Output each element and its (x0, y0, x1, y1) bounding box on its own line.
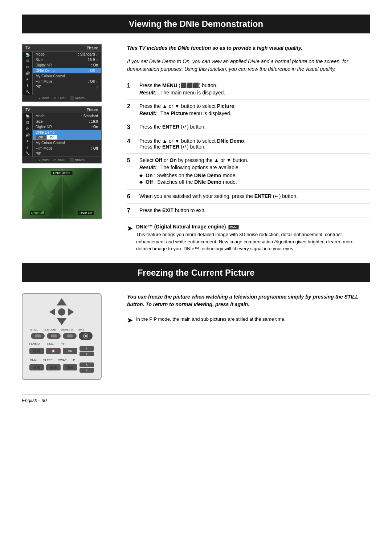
icon-star: ★ (23, 76, 32, 82)
menu2-row-size: Size: 16:9 (33, 119, 101, 124)
right-panel-section1: This TV includes the DNIe function so as… (127, 44, 370, 252)
step-2-text: Press the ▲ or ▼ button to select Pictur… (139, 103, 370, 109)
label-still: STILL (27, 328, 41, 331)
svg-marker-0 (48, 175, 76, 214)
note-arrow-2: ➤ (127, 316, 132, 324)
remote-center-btn (58, 308, 65, 316)
section2-intro: You can freeze the picture when watching… (127, 293, 370, 308)
icon-settings: ⚙ (23, 64, 32, 70)
step-5: 5 Select Off or On by pressing the ▲ or … (127, 154, 370, 190)
note-title-1: DNIe™ (Digital Natural Image engine) DNI… (136, 224, 370, 230)
step-1: 1 Press the MENU (⬛⬛⬛) button. Result: T… (127, 79, 370, 100)
remote-row3: ⬛⬛ ⬛⬛ ⬛⬛ ∧ ∨ (27, 362, 97, 373)
icon2-sound: 🔊 (23, 132, 32, 138)
btn-swap[interactable]: ⬛⬛ (63, 364, 77, 370)
btn-srs[interactable] (79, 332, 93, 340)
icon2-star: ★ (23, 138, 32, 144)
icon2-tool: 🔧 (23, 150, 32, 157)
demo-svg (23, 169, 101, 218)
step-5-result: Result: The following options are availa… (139, 165, 370, 170)
step-7-content: Press the EXIT button to exit. (139, 207, 370, 213)
btn-p-up[interactable]: ∧ (79, 362, 94, 367)
section2-title: Freezing the Current Picture (22, 263, 370, 282)
badge-off: Off (36, 135, 46, 139)
menu2-row-colour: My Colour Control (33, 140, 101, 146)
bullet-off-diamond: ◆ (139, 179, 143, 185)
intro-line1: This TV includes the DNIe function so as… (127, 44, 370, 52)
steps-list: 1 Press the MENU (⬛⬛⬛) button. Result: T… (127, 79, 370, 218)
remote-control: STILL S.MODE DUAL I-II SRS (22, 293, 102, 380)
picture-label-2: Picture (87, 108, 98, 112)
remote-arrow-left (49, 308, 55, 316)
step-6-content: When you are satisfied with your setting… (139, 193, 370, 199)
btn-p-down[interactable]: ∨ (79, 368, 94, 373)
label-pip: PIP (58, 342, 68, 345)
step-5-result-text: The following options are available. (160, 165, 240, 170)
tv-label-1: TV (25, 46, 30, 50)
section1-title: Viewing the DNIe Demonstration (22, 15, 370, 33)
menu1-row-dnr: Digital NR: On (33, 62, 101, 68)
step-7-number: 7 (127, 207, 134, 214)
remote-row1 (27, 332, 97, 340)
menu1-row-size: Size: 16:9 ▷ (33, 57, 101, 62)
step-1-result-text: The main menu is displayed. (160, 90, 225, 96)
btn-up[interactable]: ∧ (79, 346, 94, 351)
btn-ttx[interactable]: ⬛⬛ (29, 348, 44, 354)
step-3-text: Press the ENTER (↵) button. (139, 124, 370, 130)
picture-label-1: Picture (87, 46, 98, 50)
btn-pip-on[interactable]: ON (63, 348, 77, 354)
step-1-number: 1 (127, 82, 134, 89)
icon2-settings: ⚙ (23, 126, 32, 132)
menu2-row-film: Film Mode: Off (33, 146, 101, 151)
tv-menu-2: TV Picture 📡 🖥 ⚙ 🔊 ★ ℹ 🔧 Mode: Standard (22, 106, 102, 163)
step-2-result: Result: The Picture menu is displayed. (139, 110, 370, 116)
menu1-row-dnie-demo: DNIe Demo: Off ▷ (33, 68, 101, 73)
bullet-off: ◆ Off : Switches off the DNIe Demo mode. (139, 179, 370, 185)
menu2-row-pip: PIP (33, 151, 101, 157)
remote-row2: ⬛⬛ ⏰ ON ∧ ∨ (27, 346, 97, 356)
step-1-content: Press the MENU (⬛⬛⬛) button. Result: The… (139, 82, 370, 96)
note-content-1: DNIe™ (Digital Natural Image engine) DNI… (136, 224, 370, 252)
btn-dual[interactable] (63, 333, 77, 339)
icon-info: ℹ (23, 82, 32, 89)
step-4-content: Press the ▲ or ▼ button to select DNIe D… (139, 138, 370, 150)
note-section1: ➤ DNIe™ (Digital Natural Image engine) D… (127, 224, 370, 252)
menu2-row-mode: Mode: Standard (33, 113, 101, 119)
left-panel-section2: STILL S.MODE DUAL I-II SRS (22, 293, 116, 380)
label-p: P (70, 358, 78, 362)
tv-label-2: TV (25, 108, 30, 112)
icon2-antenna: 📡 (23, 113, 32, 119)
icon2-screen: 🖥 (23, 119, 32, 126)
step-3: 3 Press the ENTER (↵) button. (127, 120, 370, 134)
intro-line2: If you set DNIe Demo to On, you can view… (127, 58, 370, 73)
label-sleep: SLEEP (41, 358, 54, 362)
right-panel-section2: You can freeze the picture when watching… (127, 293, 370, 380)
btn-sleep[interactable]: ⬛⬛ (46, 364, 61, 370)
step-7: 7 Press the EXIT button to exit. (127, 204, 370, 218)
note-section2: ➤ In the PIP mode, the main and sub pict… (127, 316, 370, 324)
btn-down[interactable]: ∨ (79, 352, 94, 356)
bullet-on: ◆ On : Switches on the DNIe Demo mode. (139, 173, 370, 178)
svg-marker-1 (30, 179, 51, 216)
icon-screen: 🖥 (23, 58, 32, 64)
btn-dnie[interactable]: ⬛⬛ (29, 364, 44, 370)
label-swap: SWAP (56, 358, 69, 362)
step-2-result-text: The Picture menu is displayed. (160, 110, 231, 116)
step-2-content: Press the ▲ or ▼ button to select Pictur… (139, 103, 370, 116)
label-dual: DUAL I-II (59, 328, 75, 331)
btn-still[interactable] (31, 333, 45, 339)
left-panel-section1: TV Picture 📡 🖥 ⚙ 🔊 ★ ℹ 🔧 Mode: Standard … (22, 44, 116, 252)
step-4: 4 Press the ▲ or ▼ button to select DNIe… (127, 134, 370, 154)
btn-time[interactable]: ⏰ (46, 348, 61, 354)
label-dnie: DNIe (27, 358, 40, 362)
btn-smode[interactable] (47, 333, 61, 339)
menu1-row-film: Film Mode: Off ▷ (33, 79, 101, 84)
step-6-number: 6 (127, 193, 134, 200)
note-text-2: In the PIP mode, the main and sub pictur… (136, 316, 370, 323)
step-5-content: Select Off or On by pressing the ▲ or ▼ … (139, 157, 370, 186)
remote-top (27, 298, 97, 305)
step-6-text: When you are satisfied with your setting… (139, 193, 370, 199)
label-srs: SRS (76, 328, 86, 331)
menu1-row-colour: My Colour Control (33, 73, 101, 79)
menu2-row-dnr: Digital NR: On (33, 124, 101, 130)
